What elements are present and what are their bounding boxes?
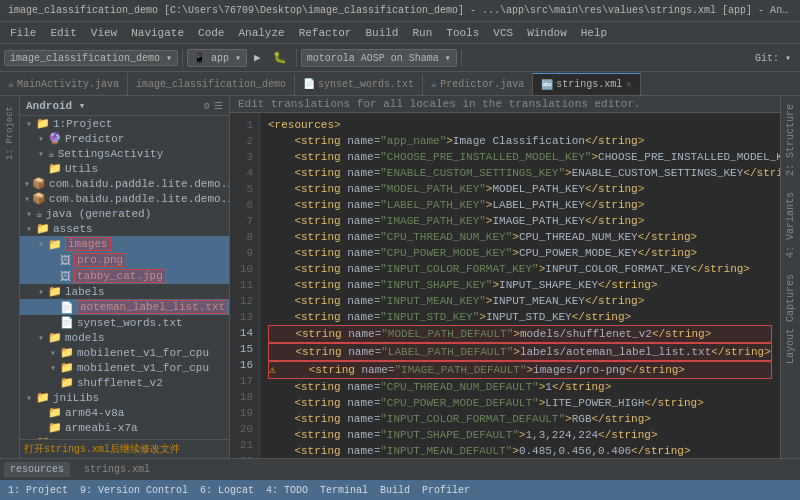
code-line: <resources> — [268, 117, 772, 133]
tree-item[interactable]: ▾📁assets — [20, 221, 229, 236]
sync-icon[interactable]: ⚙ — [204, 100, 210, 112]
bottom-bar: resources strings.xml — [0, 458, 800, 480]
tab-predictor[interactable]: ☕ Predictor.java — [423, 73, 533, 95]
toolbar-sep-3 — [461, 49, 462, 67]
terminal-btn[interactable]: Terminal — [320, 485, 368, 496]
tab-icon: 📄 — [303, 78, 315, 90]
menu-item-vcs[interactable]: VCS — [487, 25, 519, 41]
menu-item-edit[interactable]: Edit — [44, 25, 82, 41]
layout-captures-btn[interactable]: Layout Captures — [783, 266, 798, 372]
line-number: 2 — [234, 133, 253, 149]
todo-btn[interactable]: 4: TODO — [266, 485, 308, 496]
tab-close[interactable]: ✕ — [626, 79, 631, 90]
tree-item[interactable]: 📁arm64-v8a — [20, 405, 229, 420]
menu-item-view[interactable]: View — [85, 25, 123, 41]
tree-item[interactable]: ▾☕java (generated) — [20, 206, 229, 221]
menu-item-code[interactable]: Code — [192, 25, 230, 41]
tree-item[interactable]: 📁Utils — [20, 161, 229, 176]
tree-label: Predictor — [65, 133, 124, 145]
tree-item[interactable]: 📄aoteman_label_list.txt — [20, 299, 229, 315]
version-control-btn[interactable]: 9: Version Control — [80, 485, 188, 496]
app-window: image_classification_demo [C:\Users\7670… — [0, 0, 800, 500]
tree-label: mobilenet_v1_for_cpu — [77, 362, 209, 374]
build-btn[interactable]: Build — [380, 485, 410, 496]
tree-item[interactable]: ▾🔮Predictor — [20, 131, 229, 146]
tree-item[interactable]: ▾📦com.baidu.paddle.lite.demo.image_cla — [20, 176, 229, 191]
line-number: 7 — [234, 213, 253, 229]
variants-panel-btn[interactable]: 4: Variants — [783, 184, 798, 266]
tree-item[interactable]: 📁armeabi-x7a — [20, 420, 229, 435]
tab-synset-words[interactable]: 📄 synset_words.txt — [295, 73, 423, 95]
collapse-icon[interactable]: ☰ — [214, 100, 223, 112]
toolbar-project[interactable]: image_classification_demo ▾ — [4, 50, 178, 66]
line-number: 1 — [234, 117, 253, 133]
tree-item[interactable]: ▾📁labels — [20, 284, 229, 299]
tree-arrow: ▾ — [24, 118, 34, 130]
menu-item-run[interactable]: Run — [406, 25, 438, 41]
project-panel-header[interactable]: Android ▾ ⚙ ☰ — [20, 96, 229, 116]
tree-icon: 📦 — [32, 177, 46, 190]
tree-item[interactable]: ▾☕SettingsActivity — [20, 146, 229, 161]
tree-item[interactable]: 🖼tabby_cat.jpg — [20, 268, 229, 284]
tree-item[interactable]: ▾📁models — [20, 330, 229, 345]
tree-label: 1:Project — [53, 118, 112, 130]
editor-tabs: ☕ MainActivity.java image_classification… — [0, 72, 800, 96]
tree-arrow: ▾ — [36, 133, 46, 145]
project-status-btn[interactable]: 1: Project — [8, 485, 68, 496]
tree-icon: 📁 — [48, 238, 62, 251]
profiler-btn[interactable]: Profiler — [422, 485, 470, 496]
toolbar-debug[interactable]: 🐛 — [268, 49, 292, 66]
menu-item-build[interactable]: Build — [359, 25, 404, 41]
toolbar-git[interactable]: Git: ▾ — [750, 50, 796, 66]
tab-image-class-demo[interactable]: image_classification_demo — [128, 73, 295, 95]
tree-item[interactable]: ▾📁jniLibs — [20, 390, 229, 405]
menu-item-analyze[interactable]: Analyze — [232, 25, 290, 41]
tab-icon: ☕ — [431, 78, 437, 90]
tree-item[interactable]: ▾📁mobilenet_v1_for_cpu — [20, 360, 229, 375]
toolbar-device[interactable]: motorola AOSP on Shama ▾ — [301, 49, 457, 67]
code-line: <string name="INPUT_SHAPE_DEFAULT">1,3,2… — [268, 427, 772, 443]
title-bar: image_classification_demo [C:\Users\7670… — [0, 0, 800, 22]
menu-item-help[interactable]: Help — [575, 25, 613, 41]
code-line: <string name="INPUT_SHAPE_KEY">INPUT_SHA… — [268, 277, 772, 293]
code-line: <string name="CPU_THREAD_NUM_KEY">CPU_TH… — [268, 229, 772, 245]
tree-item[interactable]: ▾📁1:Project — [20, 116, 229, 131]
editor-hint: Edit translations for all locales in the… — [230, 96, 780, 113]
code-line: <string name="CPU_POWER_MODE_DEFAULT">LI… — [268, 395, 772, 411]
resources-tab[interactable]: resources — [4, 462, 70, 477]
line-number: 5 — [234, 181, 253, 197]
tree-item[interactable]: 📁shufflenet_v2 — [20, 375, 229, 390]
menu-item-refactor[interactable]: Refactor — [293, 25, 358, 41]
tree-item[interactable]: ▾📁images — [20, 236, 229, 252]
tree-icon: 📁 — [60, 346, 74, 359]
toolbar-run[interactable]: ▶ — [249, 49, 266, 66]
tree-item[interactable]: ▾📦com.baidu.paddle.lite.demo.image_cla — [20, 191, 229, 206]
tab-main-activity[interactable]: ☕ MainActivity.java — [0, 73, 128, 95]
editor-content: 1234567891011121314151617181920212223242… — [230, 113, 780, 458]
menu-item-navigate[interactable]: Navigate — [125, 25, 190, 41]
menu-item-window[interactable]: Window — [521, 25, 573, 41]
tab-strings-xml[interactable]: 🔤 strings.xml ✕ — [533, 73, 640, 95]
code-line: <string name="INPUT_STD_KEY">INPUT_STD_K… — [268, 309, 772, 325]
tree-icon: 📁 — [48, 285, 62, 298]
tree-arrow: ▾ — [24, 223, 34, 235]
toolbar-app[interactable]: 📱 app ▾ — [187, 49, 247, 67]
tree-label: images — [65, 237, 111, 251]
menu-item-file[interactable]: File — [4, 25, 42, 41]
tree-item[interactable]: ▾📁mobilenet_v1_for_cpu — [20, 345, 229, 360]
tree-item[interactable]: 🖼pro.png — [20, 252, 229, 268]
tree-item[interactable]: 📄synset_words.txt — [20, 315, 229, 330]
project-tool-btn[interactable]: 1: Project — [3, 100, 17, 166]
logcat-btn[interactable]: 6: Logcat — [200, 485, 254, 496]
tree-icon: 🖼 — [60, 254, 71, 267]
structure-panel-btn[interactable]: 2: Structure — [783, 96, 798, 184]
line-number: 21 — [234, 437, 253, 453]
status-bar: 1: Project 9: Version Control 6: Logcat … — [0, 480, 800, 500]
line-number: 9 — [234, 245, 253, 261]
menu-item-tools[interactable]: Tools — [440, 25, 485, 41]
code-editor[interactable]: <resources> <string name="app_name">Imag… — [260, 113, 780, 458]
tree-icon: ☕ — [36, 207, 43, 220]
strings-xml-tab[interactable]: strings.xml — [78, 462, 156, 477]
line-number: 14 — [234, 325, 253, 341]
warning-icon: ⚠ — [269, 364, 276, 376]
